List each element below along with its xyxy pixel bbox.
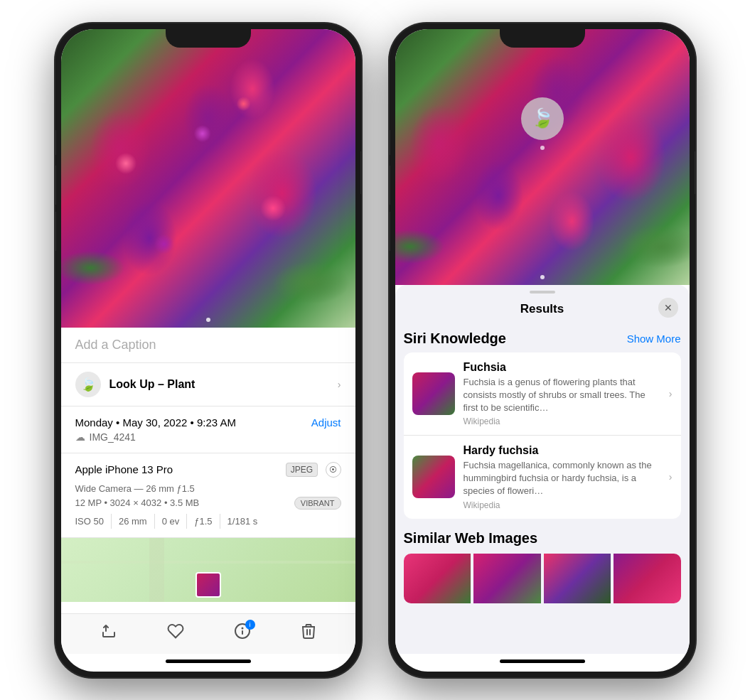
hardy-text: Hardy fuchsia Fuchsia magellanica, commo… [464, 444, 658, 510]
volume-up-button[interactable] [55, 166, 56, 205]
fuchsia-chevron-icon: › [669, 388, 673, 399]
fuchsia-source: Wikipedia [464, 416, 658, 426]
caption-input[interactable]: Add a Caption [61, 328, 355, 363]
right-phone-screen: 🍃 Results ✕ Siri Knowledge Show More [395, 29, 690, 672]
similar-image-2[interactable] [473, 554, 541, 603]
knowledge-card: Fuchsia Fuchsia is a genus of flowering … [404, 352, 681, 519]
share-button[interactable] [100, 623, 117, 640]
sheet-header: Results ✕ [395, 294, 690, 322]
adjust-button[interactable]: Adjust [311, 416, 341, 429]
flower-photo-right[interactable]: 🍃 [395, 29, 690, 285]
hardy-name: Hardy fuchsia [464, 444, 658, 457]
right-phone: 🍃 Results ✕ Siri Knowledge Show More [390, 23, 695, 677]
similar-images-section: Similar Web Images [404, 530, 681, 603]
power-button[interactable] [360, 151, 361, 194]
results-sheet: Results ✕ Siri Knowledge Show More Fuchs… [395, 285, 690, 654]
fuchsia-text: Fuchsia Fuchsia is a genus of flowering … [464, 361, 658, 427]
knowledge-item-fuchsia[interactable]: Fuchsia Fuchsia is a genus of flowering … [404, 352, 681, 436]
info-badge: i [245, 620, 255, 630]
left-phone: Add a Caption 🍃 Look Up – Plant › Monday… [55, 23, 361, 677]
aperture-value: ƒ1.5 [187, 514, 220, 529]
siri-knowledge-header: Siri Knowledge Show More [404, 330, 681, 347]
page-indicator [206, 318, 210, 322]
favorite-button[interactable] [167, 623, 184, 640]
info-button[interactable]: i [234, 623, 251, 640]
hardy-description: Fuchsia magellanica, commonly known as t… [464, 459, 658, 498]
focal-length: 26 mm [112, 514, 155, 529]
fuchsia-description: Fuchsia is a genus of flowering plants t… [464, 376, 658, 415]
similar-image-1[interactable] [404, 554, 471, 603]
lookup-chevron-icon: › [338, 379, 341, 390]
lens-spec: Wide Camera — 26 mm ƒ1.5 [75, 483, 341, 494]
hardy-chevron-icon: › [669, 471, 673, 483]
right-mute-button[interactable] [390, 130, 390, 155]
photo-date: Monday • May 30, 2022 • 9:23 AM [75, 416, 236, 429]
sheet-title: Results [520, 302, 564, 316]
right-power-button[interactable] [695, 151, 695, 194]
right-home-bar[interactable] [500, 659, 585, 663]
photo-info-area: Add a Caption 🍃 Look Up – Plant › Monday… [61, 328, 355, 613]
home-bar[interactable] [166, 659, 251, 663]
siri-dot [540, 146, 545, 150]
hardy-source: Wikipedia [464, 500, 658, 510]
camera-info-section: Apple iPhone 13 Pro JPEG ⦿ Wide Camera —… [61, 453, 355, 538]
flower-photo-left[interactable] [61, 29, 355, 328]
close-button[interactable]: ✕ [658, 298, 678, 318]
lookup-label: Look Up – Plant [109, 378, 195, 391]
volume-down-button[interactable] [55, 212, 56, 251]
exif-row: ISO 50 26 mm 0 ev ƒ1.5 1/181 s [75, 514, 341, 529]
fuchsia-thumbnail [412, 372, 455, 415]
right-volume-down-button[interactable] [390, 212, 390, 251]
similar-image-4[interactable] [614, 554, 681, 603]
lookup-icon: 🍃 [75, 372, 101, 397]
right-page-indicator [540, 275, 545, 279]
mute-button[interactable] [55, 130, 56, 155]
map-thumbnail[interactable] [61, 538, 355, 602]
knowledge-item-hardy[interactable]: Hardy fuchsia Fuchsia magellanica, commo… [404, 436, 681, 519]
left-phone-screen: Add a Caption 🍃 Look Up – Plant › Monday… [61, 29, 355, 672]
show-more-button[interactable]: Show More [627, 333, 681, 345]
siri-knowledge-title: Siri Knowledge [404, 330, 506, 347]
iso-value: ISO 50 [75, 514, 112, 529]
similar-images-grid[interactable] [404, 554, 681, 603]
results-content[interactable]: Siri Knowledge Show More Fuchsia Fuchsia… [395, 322, 690, 654]
location-icon: ⦿ [326, 462, 341, 478]
filename: IMG_4241 [90, 431, 136, 443]
siri-visual-icon: 🍃 [521, 97, 564, 140]
vibrant-badge: VIBRANT [294, 497, 341, 510]
exposure-value: 0 ev [155, 514, 188, 529]
cloud-icon: ☁ [75, 431, 85, 443]
hardy-thumbnail [412, 456, 455, 498]
mp-spec: 12 MP • 3024 × 4032 • 3.5 MB [75, 497, 200, 508]
fuchsia-name: Fuchsia [464, 361, 658, 374]
similar-images-title: Similar Web Images [404, 530, 681, 546]
camera-device-name: Apple iPhone 13 Pro [75, 463, 173, 475]
lookup-row[interactable]: 🍃 Look Up – Plant › [61, 363, 355, 406]
map-photo-marker [195, 572, 221, 598]
photo-toolbar: i [61, 613, 355, 654]
delete-button[interactable] [301, 623, 316, 640]
photo-meta-section: Monday • May 30, 2022 • 9:23 AM Adjust ☁… [61, 406, 355, 453]
right-volume-up-button[interactable] [390, 166, 390, 205]
similar-image-3[interactable] [544, 554, 611, 603]
shutter-speed: 1/181 s [220, 514, 265, 529]
format-badge: JPEG [286, 463, 318, 477]
